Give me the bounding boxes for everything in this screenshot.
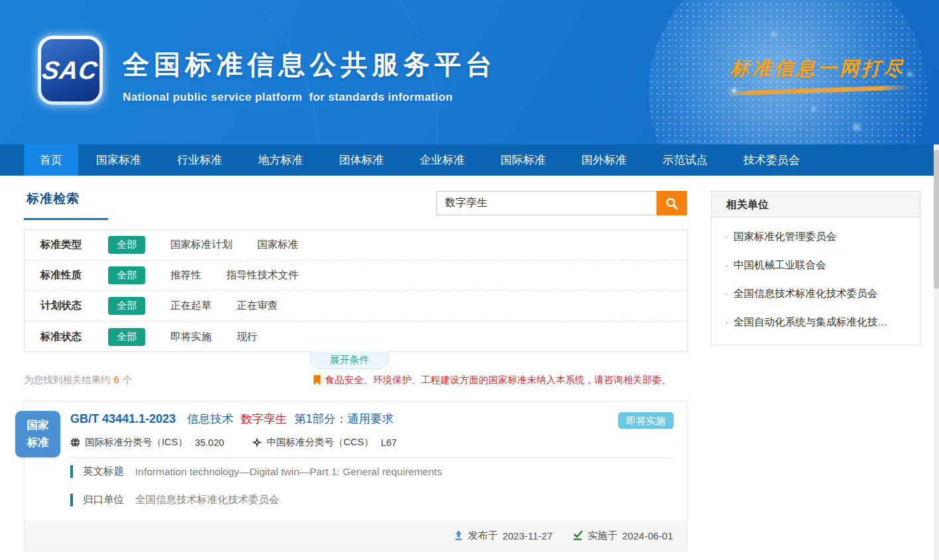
expand-conditions-button[interactable]: 展开条件 [310,351,389,369]
check-icon [572,530,583,541]
site-title: 全国标准信息公共服务平台 [123,46,497,83]
filter-row-standard-nature: 标准性质 全部 推荐性 指导性技术文件 [25,260,687,291]
english-title-label: 英文标题 [83,465,124,478]
page-title-underline [24,218,108,220]
filter-all-button[interactable]: 全部 [108,328,145,346]
filter-label: 标准类型 [40,238,101,252]
slogan: 标准信息一网打尽 [721,56,914,93]
filter-option[interactable]: 指导性技术文件 [227,268,299,282]
filter-option[interactable]: 推荐性 [170,268,202,282]
sac-logo[interactable]: SAC [38,36,103,105]
nav-item-foreign-standards[interactable]: 国外标准 [564,144,645,176]
search-icon [665,197,678,210]
system-notice: 食品安全、环境保护、工程建设方面的国家标准未纳入本系统，请咨询相关部委。 [313,374,671,386]
status-badge: 即将实施 [618,412,674,429]
sac-logo-inner: SAC [41,39,99,101]
site-subtitle: National public service platform for sta… [123,91,497,104]
nav-item-national-standards[interactable]: 国家标准 [78,144,159,176]
filter-option[interactable]: 即将实施 [170,330,212,344]
implement-value: 2024-06-01 [622,530,673,541]
site-header: SAC 全国标准信息公共服务平台 National public service… [0,0,939,144]
committee-value: 全国信息技术标准化技术委员会 [135,493,279,507]
nav-item-demonstration-pilot[interactable]: 示范试点 [645,144,725,176]
filter-all-button[interactable]: 全部 [108,297,145,315]
result-count-number: 6 [114,374,119,385]
bookmark-icon [313,375,321,386]
standard-type-badge: 国家标准 [15,411,60,457]
english-title-value: Information technology—Digital twin—Part… [135,466,442,478]
nav-item-international-standards[interactable]: 国际标准 [483,144,564,176]
filter-label: 计划状态 [40,299,101,313]
ics-classification: 国际标准分类号（ICS） 35.020 [70,436,224,449]
sidebar-item[interactable]: 中国机械工业联合会 [722,251,910,280]
notice-text: 食品安全、环境保护、工程建设方面的国家标准未纳入本系统，请咨询相关部委。 [325,374,671,386]
sidebar-item[interactable]: 全国自动化系统与集成标准化技… [722,308,910,337]
compass-icon [252,437,262,447]
result-count-prefix: 为您找到相关结果约 [24,374,111,385]
title-block: 全国标准信息公共服务平台 National public service pla… [123,46,497,104]
filter-label: 标准状态 [40,330,101,344]
implement-label: 实施于 [588,530,617,542]
search-input[interactable] [436,191,657,215]
result-count: 为您找到相关结果约6个 [24,374,132,386]
filter-label: 标准性质 [40,268,101,282]
sidebar-item[interactable]: 全国信息技术标准化技术委员会 [722,280,910,308]
sac-logo-text: SAC [40,56,99,85]
ics-label: 国际标准分类号（ICS） [85,436,188,449]
card-footer: 发布于 2023-11-27 实施于 2024-06-01 [25,520,687,551]
publish-value: 2023-11-27 [503,530,553,541]
teal-bar [70,465,73,478]
committee-row: 归口单位 全国信息技术标准化技术委员会 [70,493,279,507]
english-title-row: 英文标题 Information technology—Digital twin… [70,465,442,478]
scrollbar-track[interactable] [934,144,939,560]
sidebar-title: 相关单位 [712,192,920,217]
nav-item-home[interactable]: 首页 [24,144,78,176]
standard-title-part1: 信息技术 [187,412,233,425]
card-divider [70,457,673,458]
implement-date: 实施于 2024-06-01 [572,530,673,542]
nav-item-technical-committee[interactable]: 技术委员会 [725,144,818,176]
related-units-panel: 相关单位 国家标准化管理委员会 中国机械工业联合会 全国信息技术标准化技术委员会… [711,191,920,345]
nav-item-industry-standards[interactable]: 行业标准 [159,144,240,176]
content: 标准检索 标准类型 全部 国家标准计划 国家标准 标准性质 全部 推荐性 指导性… [0,176,939,560]
standard-title-part2: 第1部分：通用要求 [294,412,394,425]
scrollbar-thumb[interactable] [934,150,939,289]
standard-title-highlight: 数字孪生 [241,412,287,425]
sidebar-list: 国家标准化管理委员会 中国机械工业联合会 全国信息技术标准化技术委员会 全国自动… [712,217,920,345]
filter-row-standard-type: 标准类型 全部 国家标准计划 国家标准 [25,230,687,260]
page-title: 标准检索 [27,190,80,207]
teal-bar [70,494,73,506]
filter-panel: 标准类型 全部 国家标准计划 国家标准 标准性质 全部 推荐性 指导性技术文件 … [24,229,688,352]
filter-option[interactable]: 国家标准 [257,238,298,252]
search-button[interactable] [657,191,687,215]
filter-option[interactable]: 正在起草 [170,299,212,313]
sidebar-item[interactable]: 国家标准化管理委员会 [722,223,910,251]
filter-all-button[interactable]: 全部 [108,266,145,284]
card-meta: 国际标准分类号（ICS） 35.020 中国标准分类号（CCS） L67 [70,436,397,449]
filter-option[interactable]: 正在审查 [237,299,278,313]
ccs-label: 中国标准分类号（CCS） [267,436,373,449]
standard-title-link[interactable]: GB/T 43441.1-2023 信息技术 数字孪生 第1部分：通用要求 [70,410,393,427]
ccs-value: L67 [381,437,397,448]
nav-item-local-standards[interactable]: 地方标准 [240,144,321,176]
result-card: 国家标准 即将实施 GB/T 43441.1-2023 信息技术 数字孪生 第1… [24,401,688,551]
globe-icon [70,437,80,447]
publish-icon [454,530,464,541]
standard-code: GB/T 43441.1-2023 [70,412,176,425]
nav-item-group-standards[interactable]: 团体标准 [321,144,402,176]
ics-value: 35.020 [195,437,224,448]
slogan-text: 标准信息一网打尽 [721,56,914,82]
filter-row-standard-status: 标准状态 全部 即将实施 现行 [25,321,687,352]
filter-option[interactable]: 国家标准计划 [170,238,232,252]
main-nav: 首页 国家标准 行业标准 地方标准 团体标准 企业标准 国际标准 国外标准 示范… [0,144,939,176]
page: SAC 全国标准信息公共服务平台 National public service… [0,0,939,560]
filter-all-button[interactable]: 全部 [108,236,145,254]
filter-option[interactable]: 现行 [237,330,257,344]
nav-item-enterprise-standards[interactable]: 企业标准 [402,144,483,176]
publish-label: 发布于 [468,530,498,542]
committee-label: 归口单位 [83,493,124,507]
result-count-suffix: 个 [123,374,133,385]
publish-date: 发布于 2023-11-27 [454,530,553,542]
ccs-classification: 中国标准分类号（CCS） L67 [252,436,397,449]
filter-row-plan-status: 计划状态 全部 正在起草 正在审查 [25,291,687,321]
